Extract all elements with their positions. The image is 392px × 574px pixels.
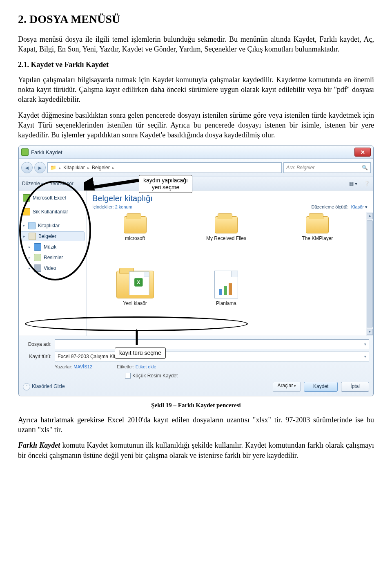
svg-line-0 bbox=[88, 180, 139, 188]
checkbox-icon bbox=[125, 373, 131, 379]
paragraph-3: Ayrıca hatırlatmak gerekirse Excel 2010'… bbox=[18, 415, 374, 435]
tags-value[interactable]: Etiket ekle bbox=[136, 364, 156, 369]
section-title: 2. DOSYA MENÜSÜ bbox=[18, 11, 374, 27]
breadcrumb[interactable]: 📁 ▸ Kitaplıklar ▸ Belgeler ▸ bbox=[47, 162, 282, 173]
library-title: Belgeler kitaplığı bbox=[92, 193, 153, 204]
folder-item[interactable]: My Received Files bbox=[183, 216, 269, 267]
authors-value[interactable]: MAVİS12 bbox=[74, 364, 92, 369]
filetype-label: Kayıt türü: bbox=[23, 353, 51, 360]
nav-bar: ◄ ► 📁 ▸ Kitaplıklar ▸ Belgeler ▸ Ara: Be… bbox=[19, 159, 373, 177]
hide-folders-button[interactable]: ˄Klasörleri Gizle bbox=[23, 383, 65, 390]
chevron-down-icon: ▾ bbox=[364, 354, 366, 359]
annotation-ellipse-sidebar bbox=[19, 181, 91, 280]
figure-caption: Şekil 19 – Farklı Kaydet penceresi bbox=[18, 401, 374, 409]
tools-menu[interactable]: Araçlar bbox=[273, 382, 301, 392]
folder-item[interactable]: microsoft bbox=[92, 216, 178, 267]
chevron-up-icon: ˄ bbox=[23, 383, 30, 390]
nav-forward-button[interactable]: ► bbox=[34, 162, 46, 173]
paragraph-1: Yapılan çalışmaları bilgisayarda tutmak … bbox=[18, 75, 374, 105]
folder-icon: 📁 bbox=[50, 164, 56, 171]
excel-icon bbox=[21, 148, 29, 156]
library-subtitle: İçindekiler: 2 konum bbox=[92, 204, 153, 210]
callout-location: kaydın yapılacağı yeri seçme bbox=[139, 175, 192, 193]
cancel-button[interactable]: İptal bbox=[341, 382, 369, 392]
dialog-footer: Dosya adı: ▾ Kayıt türü: Excel 97-2003 Ç… bbox=[19, 336, 373, 395]
paragraph-4: Farklı Kaydet komutu Kaydet komutunun il… bbox=[18, 440, 374, 460]
titlebar: Farklı Kaydet ✕ bbox=[19, 146, 373, 159]
window-title: Farklı Kaydet bbox=[31, 149, 62, 156]
close-button[interactable]: ✕ bbox=[354, 148, 371, 157]
scroll-down-button[interactable]: ▼ bbox=[367, 329, 373, 335]
sort-control[interactable]: Düzenleme ölçütü: Klasör ▾ bbox=[312, 204, 368, 210]
arrow-to-location bbox=[84, 170, 141, 191]
save-as-dialog-screenshot: kaydın yapılacağı yeri seçme kayıt türü … bbox=[18, 146, 374, 396]
filetype-select[interactable]: Excel 97-2003 Çalışma Kitabı▾ bbox=[55, 352, 369, 361]
save-button[interactable]: Kaydet bbox=[304, 382, 338, 392]
chevron-down-icon: ▾ bbox=[364, 342, 366, 347]
nav-back-button[interactable]: ◄ bbox=[21, 162, 33, 173]
callout-filetype: kayıt türü seçme bbox=[115, 348, 166, 359]
search-icon: 🔍 bbox=[362, 164, 368, 171]
scroll-up-button[interactable]: ▲ bbox=[367, 213, 373, 219]
filename-input[interactable]: ▾ bbox=[55, 339, 369, 349]
search-input[interactable]: Ara: Belgeler 🔍 bbox=[283, 162, 371, 173]
library-header: Belgeler kitaplığı İçindekiler: 2 konum … bbox=[87, 191, 373, 212]
thumbnail-checkbox[interactable]: Küçük Resim Kaydet bbox=[23, 372, 369, 379]
scroll-thumb[interactable] bbox=[367, 220, 373, 327]
scrollbar[interactable]: ▲ ▼ bbox=[366, 212, 373, 336]
subsection-title: 2.1. Kaydet ve Farklı Kaydet bbox=[18, 60, 374, 70]
filename-label: Dosya adı: bbox=[23, 341, 51, 348]
view-icons-button[interactable]: ▦ ▾ bbox=[349, 180, 357, 187]
arrow-to-filetype bbox=[125, 329, 149, 349]
folder-item[interactable]: The KMPlayer bbox=[275, 216, 360, 267]
paragraph-2: Kaydet düğmesine basıldıktan sonra gelen… bbox=[18, 110, 374, 140]
help-button[interactable]: ❔ bbox=[364, 180, 370, 187]
intro-paragraph: Dosya menüsü dosya ile ilgili temel işle… bbox=[18, 34, 374, 54]
